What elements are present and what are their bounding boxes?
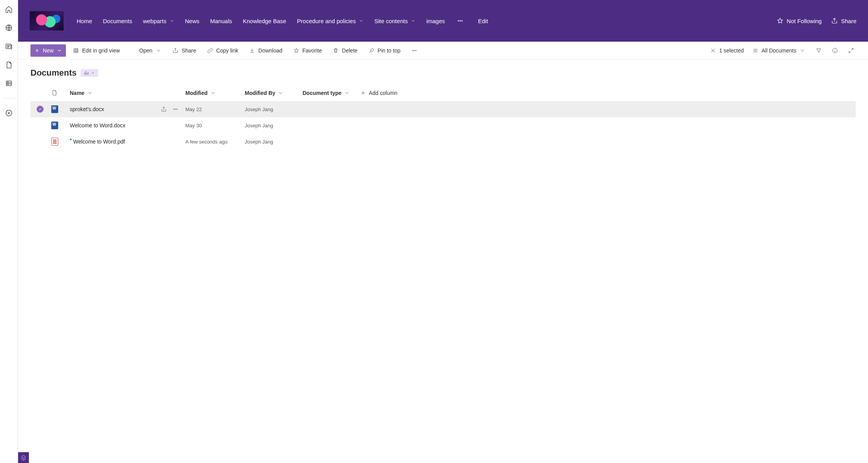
file-name[interactable]: Welcome to Word.docx: [70, 122, 125, 128]
delete-label: Delete: [342, 47, 357, 54]
page-title: Documents: [30, 68, 77, 78]
view-switcher[interactable]: All Documents: [751, 44, 807, 57]
chevron-down-icon: [57, 48, 62, 53]
site-header: HomeDocumentswebpartsNewsManualsKnowledg…: [18, 0, 868, 42]
close-icon[interactable]: [710, 47, 716, 54]
col-modified[interactable]: Modified: [185, 90, 245, 96]
nav-link[interactable]: images: [426, 18, 445, 24]
info-icon: [832, 47, 838, 54]
site-nav: HomeDocumentswebpartsNewsManualsKnowledg…: [77, 17, 777, 24]
nav-link[interactable]: Documents: [103, 18, 132, 24]
filter-button[interactable]: [814, 44, 823, 57]
nav-link[interactable]: Procedure and policies: [297, 18, 364, 24]
chevron-down-icon: [155, 47, 161, 54]
nav-link-label: webparts: [143, 18, 167, 24]
modified-by[interactable]: Joseph Jang: [245, 123, 273, 128]
share-icon[interactable]: [161, 106, 167, 112]
command-bar: New Edit in grid view Open Share Copy li…: [18, 42, 868, 59]
details-pane-button[interactable]: [830, 44, 839, 57]
feedback-badge[interactable]: [18, 452, 29, 463]
favorite-button[interactable]: Favorite: [289, 44, 326, 57]
col-modified-by[interactable]: Modified By: [245, 90, 303, 96]
download-button[interactable]: Download: [245, 44, 286, 57]
nav-link-label: Manuals: [210, 18, 232, 24]
open-label: Open: [139, 47, 152, 54]
more-icon: [411, 47, 417, 54]
pin-button[interactable]: Pin to top: [365, 44, 404, 57]
col-type[interactable]: [51, 90, 70, 97]
delete-button[interactable]: Delete: [329, 44, 361, 57]
edit-grid-label: Edit in grid view: [82, 47, 120, 54]
modified-by[interactable]: Joseph Jang: [245, 106, 273, 112]
share-icon: [831, 17, 838, 24]
copy-link-button[interactable]: Copy link: [203, 44, 242, 57]
selection-count[interactable]: 1 selected: [710, 47, 744, 54]
col-modified-by-label: Modified By: [245, 90, 275, 96]
pin-label: Pin to top: [378, 47, 400, 54]
check-icon: [38, 107, 42, 111]
share-button[interactable]: Share: [168, 44, 200, 57]
col-document-type[interactable]: Document type: [303, 90, 360, 96]
nav-overflow[interactable]: [456, 17, 465, 24]
table-row[interactable]: ✦Welcome to Word.pdfA few seconds agoJos…: [30, 133, 856, 150]
favorite-label: Favorite: [303, 47, 322, 54]
nav-link-label: Documents: [103, 18, 132, 24]
pin-icon: [368, 47, 375, 54]
lists-icon[interactable]: [5, 79, 13, 87]
edit-grid-button[interactable]: Edit in grid view: [69, 44, 124, 57]
nav-link-label: News: [185, 18, 200, 24]
share-icon: [172, 47, 178, 54]
table-row[interactable]: sproket's.docxMay 22Joseph Jang: [30, 101, 856, 117]
file-name[interactable]: Welcome to Word.pdf: [73, 139, 125, 145]
rail-divider: [3, 98, 15, 98]
add-column-button[interactable]: Add column: [360, 90, 856, 96]
chevron-down-icon: [278, 90, 284, 96]
globe-icon[interactable]: [5, 24, 13, 32]
selection-label: 1 selected: [719, 47, 744, 54]
nav-link[interactable]: Home: [77, 18, 92, 24]
chevron-down-icon: [411, 19, 415, 23]
nav-link-label: images: [426, 18, 445, 24]
add-icon[interactable]: [5, 109, 13, 117]
view-name: All Documents: [762, 47, 796, 54]
site-logo[interactable]: [30, 11, 64, 30]
trash-icon: [333, 47, 339, 54]
nav-link[interactable]: webparts: [143, 18, 174, 24]
modified-date: May 22: [185, 106, 202, 112]
star-icon: [777, 17, 784, 24]
nav-edit-label: Edit: [478, 18, 488, 24]
col-name[interactable]: Name: [70, 90, 185, 96]
nav-link-label: Procedure and policies: [297, 18, 356, 24]
col-name-label: Name: [70, 90, 84, 96]
nav-link[interactable]: Knowledge Base: [243, 18, 286, 24]
share-site-button[interactable]: Share: [831, 17, 856, 24]
nav-link[interactable]: Site contents: [374, 18, 415, 24]
copy-link-label: Copy link: [216, 47, 239, 54]
open-button[interactable]: Open: [135, 44, 165, 57]
library-visual-button[interactable]: [81, 69, 98, 77]
more-icon[interactable]: [172, 106, 178, 112]
command-overflow[interactable]: [407, 44, 421, 57]
modified-date: A few seconds ago: [185, 139, 227, 145]
nav-link-label: Home: [77, 18, 92, 24]
table-row[interactable]: Welcome to Word.docxMay 30Joseph Jang: [30, 117, 856, 133]
modified-by[interactable]: Joseph Jang: [245, 139, 273, 145]
pdf-icon: [51, 138, 58, 145]
doc-icon: [51, 90, 57, 96]
fullscreen-button[interactable]: [846, 44, 856, 57]
nav-link-label: Site contents: [374, 18, 408, 24]
file-name[interactable]: sproket's.docx: [70, 106, 104, 112]
documents-icon[interactable]: [5, 61, 13, 69]
nav-link[interactable]: News: [185, 18, 200, 24]
new-button[interactable]: New: [30, 44, 66, 57]
news-icon[interactable]: [5, 42, 13, 50]
nav-link[interactable]: Manuals: [210, 18, 232, 24]
chevron-down-icon: [344, 90, 350, 96]
follow-button[interactable]: Not Following: [777, 17, 822, 24]
home-icon[interactable]: [5, 5, 13, 13]
add-column-label: Add column: [369, 90, 397, 96]
nav-edit[interactable]: Edit: [478, 18, 488, 24]
more-icon: [457, 17, 464, 24]
row-select[interactable]: [37, 106, 44, 113]
new-label: New: [43, 47, 54, 54]
